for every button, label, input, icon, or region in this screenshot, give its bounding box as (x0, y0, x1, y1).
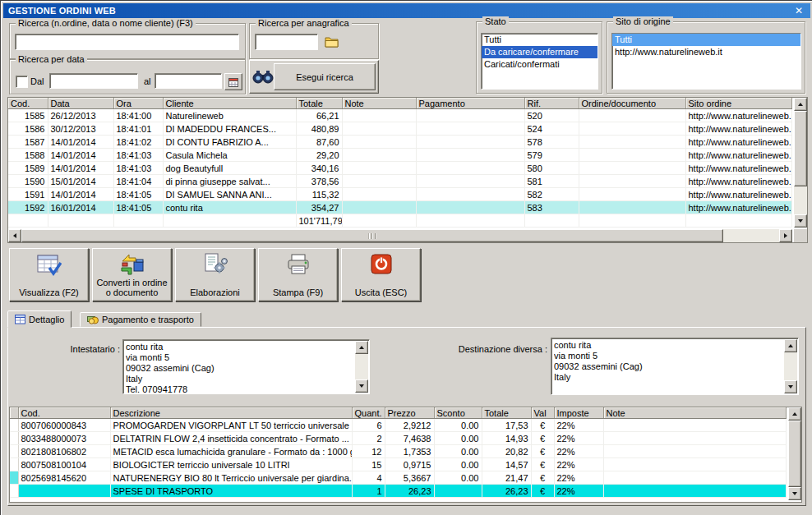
scroll-up-button[interactable] (794, 98, 807, 111)
scroll-down-button[interactable] (784, 380, 797, 393)
column-header[interactable]: Prezzo (385, 407, 434, 419)
anagrafica-search-input[interactable] (255, 34, 318, 50)
grid-cell: 578 (524, 136, 579, 149)
elaborazioni-button[interactable]: Elaborazioni (175, 248, 255, 301)
grid-cell: 18:41:05 (113, 188, 163, 201)
grid-cell: SPESE DI TRASPORTO (110, 485, 352, 498)
column-header[interactable]: Pagamento (416, 98, 524, 109)
grid-row[interactable]: 159216/01/201418:41:05contu rita354,2758… (8, 201, 792, 214)
grid-cell: 8021808106802 (18, 445, 110, 458)
grid-cell: 1590 (8, 175, 48, 188)
search-date-group: Ricerca per data Dal al (9, 59, 246, 94)
column-header[interactable]: Sito ordine (685, 98, 792, 109)
tab-dettaglio[interactable]: Dettaglio (7, 310, 72, 328)
orders-vertical-scrollbar[interactable] (794, 98, 807, 228)
esegui-ricerca-button[interactable]: Esegui ricerca (249, 60, 379, 94)
sito-listbox[interactable]: Tuttihttp://www.naturelineweb.it (611, 33, 801, 90)
column-header[interactable]: Ordine/documento (579, 98, 685, 109)
scroll-down-button[interactable] (355, 379, 368, 393)
column-header[interactable]: Note (603, 407, 787, 419)
grid-row[interactable]: 8025698145620NATURENERGY BIO 80 lt Terri… (10, 471, 787, 485)
close-icon[interactable]: ✕ (792, 5, 805, 16)
column-header[interactable]: Quant. (352, 407, 385, 419)
grid-cell (342, 122, 416, 136)
grid-row[interactable]: 158814/01/201418:41:03Casula Michela29,2… (8, 149, 792, 162)
orders-grid: Cod.DataOraClienteTotaleNotePagamentoRif… (8, 98, 792, 228)
grid-row[interactable]: 158914/01/201418:41:03dog Beautyfull340,… (8, 162, 792, 175)
grid-row[interactable]: 159015/01/201418:41:04di pinna giuseppe … (8, 175, 792, 188)
scroll-up-button[interactable] (355, 341, 368, 354)
date-picker-button[interactable] (224, 73, 242, 90)
column-header[interactable]: Val (531, 407, 554, 419)
scroll-left-button[interactable] (8, 229, 21, 242)
column-header[interactable]: Cliente (163, 98, 296, 109)
stampa-button[interactable]: Stampa (F9) (258, 248, 338, 301)
gestione-ordini-window: GESTIONE ORDINI WEB ✕ Ricerca (n.ordine,… (0, 0, 812, 515)
browse-anagrafica-button[interactable] (321, 34, 341, 50)
column-header[interactable]: Ora (113, 98, 163, 109)
grid-cell: 18:41:04 (113, 175, 163, 188)
titlebar[interactable]: GESTIONE ORDINI WEB ✕ (3, 3, 810, 18)
column-header[interactable]: Rif. (524, 98, 579, 109)
dal-checkbox[interactable] (16, 76, 28, 88)
order-search-input[interactable] (15, 34, 239, 50)
list-option[interactable]: Tutti (612, 34, 800, 46)
intestatario-scrollbar[interactable] (355, 341, 368, 393)
grid-cell: DI SAMUEL SANNA ANI... (163, 188, 296, 201)
grid-row[interactable]: SPESE DI TRASPORTO126,2326,23€22% (10, 485, 787, 498)
grid-cell: 22% (554, 458, 603, 471)
grid-row[interactable]: 8033488000073DELTATRIN FLOW 2,4 insettic… (10, 432, 787, 445)
grid-cell: 18:41:03 (113, 149, 163, 162)
column-header[interactable]: Totale (296, 98, 342, 109)
list-option[interactable]: Da caricare/confermare (482, 46, 597, 58)
grid-cell: 0.00 (434, 471, 482, 485)
column-header[interactable]: Imposte (554, 407, 603, 419)
column-header[interactable]: Note (342, 98, 416, 109)
grid-cell: http://www.naturelineweb.it (685, 162, 792, 175)
grid-cell: http://www.naturelineweb.it (685, 149, 792, 162)
stato-group-label: Stato (482, 16, 509, 26)
dal-label: Dal (30, 76, 44, 86)
orders-horizontal-scrollbar[interactable] (8, 229, 792, 242)
grid-row[interactable]: 8007060000843PROMOGARDEN VIGORPLANT LT 5… (10, 419, 787, 432)
list-option[interactable]: http://www.naturelineweb.it (612, 46, 800, 58)
grid-row[interactable]: 158714/01/201418:41:02DI CONTU FABRIZIO … (8, 136, 792, 149)
column-header[interactable]: Data (48, 98, 113, 109)
grid-row[interactable]: 159114/01/201418:41:05DI SAMUEL SANNA AN… (8, 188, 792, 201)
column-header[interactable]: Cod. (8, 98, 48, 109)
scroll-down-button[interactable] (788, 487, 801, 500)
items-vertical-scrollbar[interactable] (788, 407, 801, 500)
grid-cell: 2 (352, 432, 385, 445)
grid-cell: 340,16 (296, 162, 342, 175)
column-header[interactable]: Cod. (18, 407, 110, 419)
grid-row[interactable]: 8007508100104BIOLOGICTER terriccio unive… (10, 458, 787, 471)
visualizza-button[interactable]: Visualizza (F2) (9, 248, 89, 301)
tab-pagamento-e-trasporto[interactable]: Pagamento e trasporto (80, 312, 201, 327)
orders-hscroll-thumb[interactable] (21, 229, 723, 242)
column-header[interactable]: Totale (482, 407, 531, 419)
destinazione-memo[interactable]: contu rita via monti 5 09032 assemini (C… (551, 338, 799, 395)
scroll-down-button[interactable] (794, 214, 807, 228)
list-option[interactable]: Caricati/confermati (482, 58, 597, 71)
orders-vscroll-thumb[interactable] (794, 111, 807, 186)
scroll-up-button[interactable] (784, 339, 797, 352)
list-option[interactable]: Tutti (482, 34, 597, 46)
column-header[interactable]: Sconto (434, 407, 482, 419)
intestatario-memo[interactable]: contu rita via monti 5 09032 assemini (C… (122, 339, 370, 394)
date-to-input[interactable] (155, 73, 222, 89)
grid-row[interactable]: 8021808106802METACID esca lumachicida gr… (10, 445, 787, 458)
items-vscroll-thumb[interactable] (788, 421, 801, 487)
destinazione-scrollbar[interactable] (784, 339, 797, 393)
grid-cell: 22% (554, 432, 603, 445)
scroll-right-button[interactable] (779, 229, 792, 242)
converti-button[interactable]: Converti in ordine o documento (92, 248, 172, 301)
grid-cell: 480,89 (296, 122, 342, 136)
scroll-up-button[interactable] (788, 407, 801, 421)
grid-row[interactable]: 158630/12/201318:41:01DI MADEDDU FRANCES… (8, 122, 792, 136)
uscita-button[interactable]: Uscita (ESC) (341, 248, 421, 301)
search-date-group-label: Ricerca per data (16, 54, 87, 64)
grid-row[interactable]: 158526/12/201318:41:00Naturelineweb66,21… (8, 109, 792, 122)
column-header[interactable]: Descrizione (110, 407, 352, 419)
date-from-input[interactable] (49, 73, 138, 89)
stato-listbox[interactable]: TuttiDa caricare/confermareCaricati/conf… (481, 33, 598, 90)
